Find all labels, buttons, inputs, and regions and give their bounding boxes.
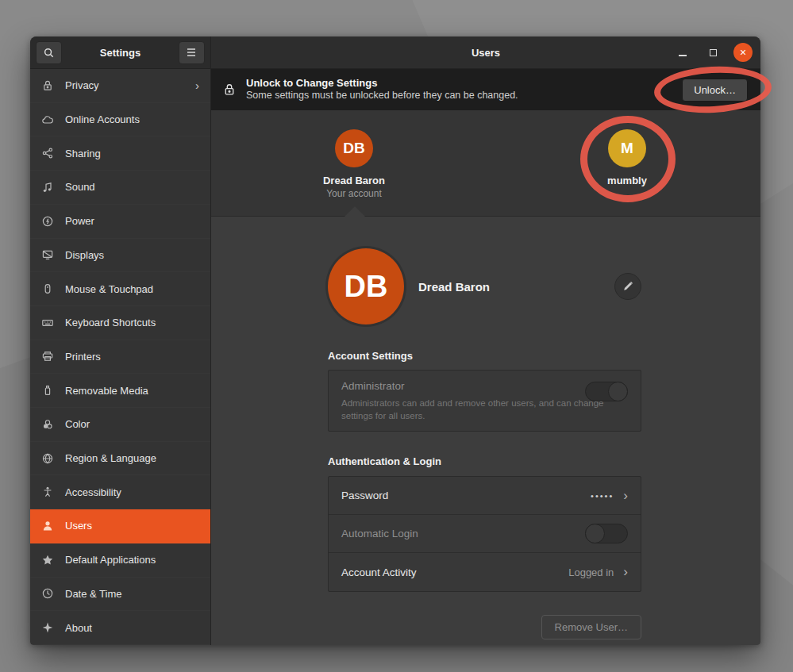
remove-user-row: Remove User…: [328, 615, 641, 639]
search-icon: [43, 47, 55, 59]
power-icon: [41, 215, 54, 228]
remove-user-button[interactable]: Remove User…: [541, 615, 641, 639]
lock-icon: [222, 83, 237, 97]
sidebar-item-power[interactable]: Power: [30, 205, 210, 239]
maximize-button[interactable]: [703, 43, 722, 62]
star-icon: [41, 554, 54, 566]
sparkle-icon: [41, 621, 54, 634]
sidebar-item-online-accounts[interactable]: Online Accounts: [30, 103, 210, 137]
avatar: M: [608, 129, 646, 167]
main-panel: Users × Unlock to Change Settings Some s…: [211, 36, 760, 645]
selected-user-notch: [345, 206, 365, 217]
minimize-icon: [679, 55, 687, 56]
automatic-login-toggle[interactable]: [585, 524, 628, 543]
color-icon: [41, 418, 54, 431]
accessibility-icon: [41, 486, 54, 498]
sidebar-item-removable-media[interactable]: Removable Media: [30, 374, 210, 408]
sidebar-item-printers[interactable]: Printers: [30, 340, 210, 374]
close-icon: ×: [740, 47, 746, 58]
sidebar-item-accessibility[interactable]: Accessibility: [30, 475, 210, 509]
keyboard-icon: [41, 317, 54, 329]
sidebar-item-label: Accessibility: [65, 486, 199, 498]
sidebar-item-users[interactable]: Users: [30, 509, 210, 543]
sidebar-item-sound[interactable]: Sound: [30, 171, 210, 205]
sidebar-item-label: Color: [65, 418, 199, 430]
users-icon: [41, 520, 54, 532]
account-activity-row[interactable]: Account Activity Logged in ›: [329, 553, 641, 591]
music-note-icon: [41, 181, 54, 194]
profile-avatar[interactable]: DB: [328, 248, 404, 324]
sidebar-item-label: Power: [65, 215, 199, 227]
main-headerbar: Users ×: [211, 36, 760, 69]
close-button[interactable]: ×: [733, 43, 753, 62]
search-button[interactable]: [36, 41, 62, 64]
share-icon: [41, 147, 54, 159]
sidebar-item-label: Displays: [65, 249, 199, 261]
unlock-banner: Unlock to Change Settings Some settings …: [211, 69, 760, 110]
rename-user-button[interactable]: [614, 273, 641, 300]
sidebar-item-label: Default Applications: [65, 554, 199, 566]
globe-icon: [41, 452, 54, 465]
sidebar-item-label: Sharing: [65, 148, 199, 159]
user-mumbly[interactable]: M mumbly: [564, 129, 691, 186]
administrator-row: Administrator Administrators can add and…: [328, 370, 641, 432]
administrator-description: Administrators can add and remove other …: [341, 397, 628, 422]
mouse-icon: [41, 282, 54, 295]
sidebar-item-date-time[interactable]: Date & Time: [30, 578, 210, 612]
sidebar-item-about[interactable]: About: [30, 611, 210, 645]
toggle-knob: [608, 382, 628, 401]
sidebar-item-privacy[interactable]: Privacy ›: [30, 69, 210, 103]
password-label: Password: [341, 490, 388, 501]
password-dots: •••••: [591, 491, 614, 501]
sidebar-item-label: Privacy: [65, 79, 184, 91]
sidebar-item-label: Printers: [65, 351, 199, 363]
usb-drive-icon: [41, 384, 54, 397]
profile-row: DB Dread Baron: [328, 248, 641, 324]
automatic-login-row: Automatic Login: [329, 515, 641, 553]
sidebar-list: Privacy › Online Accounts Sharing Sound …: [30, 69, 210, 645]
unlock-banner-text: Unlock to Change Settings Some settings …: [246, 77, 672, 102]
printer-icon: [41, 350, 54, 363]
sidebar-item-default-applications[interactable]: Default Applications: [30, 543, 210, 578]
maximize-icon: [710, 49, 717, 56]
user-carousel: DB Dread Baron Your account M mumbly: [211, 110, 760, 217]
user-caption: Your account: [291, 188, 418, 199]
sidebar-item-label: Sound: [65, 181, 199, 193]
sidebar-title: Settings: [100, 47, 141, 59]
user-name: Dread Baron: [291, 175, 418, 186]
avatar: DB: [335, 129, 373, 167]
automatic-login-label: Automatic Login: [341, 528, 418, 540]
cloud-icon: [41, 113, 54, 126]
user-dread-baron[interactable]: DB Dread Baron Your account: [291, 129, 418, 199]
password-row[interactable]: Password ••••• ›: [329, 477, 641, 515]
display-icon: [41, 248, 54, 261]
unlock-banner-title: Unlock to Change Settings: [246, 77, 672, 90]
unlock-banner-subtitle: Some settings must be unlocked before th…: [246, 90, 672, 102]
chevron-right-icon: ›: [623, 488, 628, 504]
sidebar-headerbar: Settings: [30, 36, 210, 69]
sidebar-item-label: Removable Media: [65, 385, 199, 397]
sidebar-item-label: Online Accounts: [65, 113, 199, 125]
sidebar-item-mouse-touchpad[interactable]: Mouse & Touchpad: [30, 272, 210, 306]
administrator-toggle[interactable]: [585, 382, 628, 401]
sidebar-item-label: Users: [65, 520, 199, 532]
lock-icon: [41, 79, 54, 92]
user-name: mumbly: [564, 175, 691, 186]
profile-name: Dread Baron: [418, 280, 490, 294]
sidebar-item-region-language[interactable]: Region & Language: [30, 442, 210, 476]
sidebar-item-label: Region & Language: [65, 452, 199, 464]
sidebar-item-label: About: [65, 622, 199, 634]
unlock-button[interactable]: Unlock…: [682, 79, 748, 102]
auth-login-list: Password ••••• › Automatic Login Acco: [328, 476, 641, 592]
sidebar: Settings Privacy › Online Accounts Shari…: [30, 36, 211, 645]
sidebar-item-label: Date & Time: [65, 588, 199, 600]
auth-login-heading: Authentication & Login: [328, 455, 641, 467]
menu-button[interactable]: [179, 41, 205, 64]
minimize-button[interactable]: [673, 43, 692, 62]
clock-icon: [41, 587, 54, 600]
sidebar-item-displays[interactable]: Displays: [30, 239, 210, 273]
sidebar-item-sharing[interactable]: Sharing: [30, 136, 210, 171]
sidebar-item-keyboard-shortcuts[interactable]: Keyboard Shortcuts: [30, 306, 210, 340]
sidebar-item-color[interactable]: Color: [30, 408, 210, 442]
pencil-icon: [622, 281, 633, 292]
